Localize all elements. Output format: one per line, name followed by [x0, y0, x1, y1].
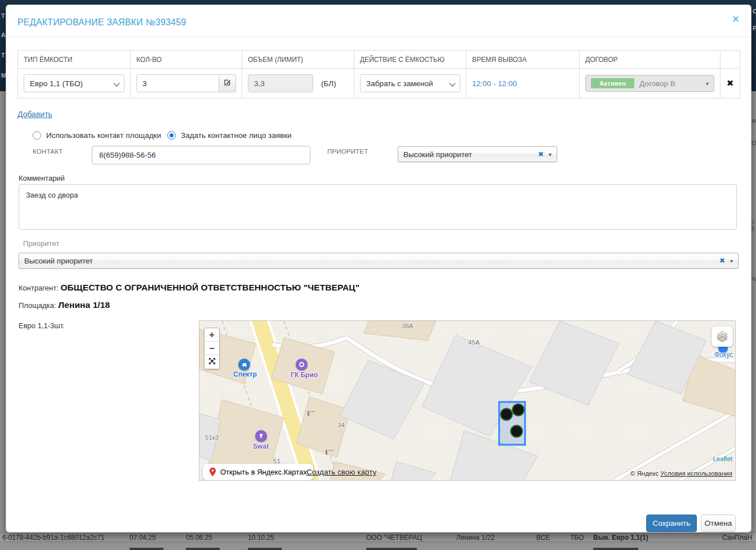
col-header-actions	[721, 51, 740, 69]
clear-icon[interactable]: ✖	[538, 150, 544, 158]
table-row-cell-container-type: Евро 1,1 (ТБО)	[18, 69, 131, 98]
col-header-quantity: КОЛ-ВО	[131, 51, 242, 69]
bg-cell: 10.10.25	[248, 534, 274, 542]
zoom-in-icon[interactable]: +	[204, 328, 219, 342]
quantity-input[interactable]	[136, 74, 219, 92]
bg-cell: Ленина 1/22	[456, 534, 495, 542]
bg-text-fragment: А	[1, 32, 6, 38]
bg-smudge	[248, 548, 282, 550]
zoom-out-icon[interactable]: −	[204, 342, 219, 355]
layers-button[interactable]	[711, 327, 733, 347]
bg-cell: 6-0178-442b-b91a-1c68012a2c71	[2, 534, 104, 542]
col-header-volume: ОБЪЕМ (ЛИМИТ)	[242, 51, 354, 69]
poi-brio-icon[interactable]	[296, 359, 308, 370]
contractor-label: Контрагент:	[19, 284, 59, 292]
poi-car-icon[interactable]	[238, 359, 250, 370]
radio-icon	[33, 131, 41, 140]
contact-input[interactable]	[92, 146, 310, 164]
yandex-copyright: © Яндекс	[630, 470, 661, 477]
add-row-link[interactable]: Добавить	[17, 110, 52, 119]
bg-cell: 05.06.25	[186, 534, 212, 542]
background-table-row: 6-0178-442b-b91a-1c68012a2c71 07.04.25 0…	[0, 532, 756, 542]
table-row-cell-quantity	[131, 69, 242, 98]
bg-cell: Выв. Евро 1,1(1)	[593, 534, 648, 542]
priority-label: ПРИОРИТЕТ	[327, 148, 368, 155]
comment-textarea[interactable]: Заезд со двора	[19, 184, 737, 230]
map-label-34: 34	[337, 422, 345, 428]
site-label: Площадка:	[19, 301, 56, 310]
bg-cell: ООО "ЧЕТВЕРАЦ	[366, 534, 422, 542]
map-graphics	[199, 321, 736, 481]
leaflet-attribution-link[interactable]: Leaflet	[713, 455, 732, 462]
bg-text-fragment: ме	[751, 117, 756, 124]
clear-icon[interactable]: ✖	[719, 257, 725, 265]
bg-smudge	[130, 548, 163, 550]
containers-summary: Евро 1,1-3шт.	[19, 321, 65, 330]
contract-dropdown[interactable]: Активен Договор В ▾	[585, 75, 714, 92]
page: Т А Т М С Р ме Оч о З од 6-0178-442b-b91…	[0, 0, 756, 550]
table-row-cell-volume: (БЛ)	[242, 69, 354, 98]
priority-select[interactable]: Высокий приоритет ✖ ▾	[398, 146, 557, 162]
ring-icon	[299, 362, 304, 367]
map-label-38a: 38А	[402, 323, 413, 329]
save-button[interactable]: Сохранить	[646, 515, 697, 532]
bg-text-fragment: Оч	[751, 140, 756, 146]
bg-smudge	[186, 548, 220, 550]
map-label-51k3: 51к3	[205, 434, 219, 441]
col-header-action: ДЕЙСТВИЕ С ЁМКОСТЬЮ	[354, 51, 466, 69]
caret-down-icon: ▾	[730, 258, 733, 264]
volume-unit-label: (БЛ)	[321, 79, 336, 88]
focus-layer-button[interactable]: Фокус	[714, 351, 733, 359]
contractor-value: ОБЩЕСТВО С ОГРАНИЧЕННОЙ ОТВЕТСТВЕННОСТЬЮ…	[60, 283, 359, 292]
map-label-gk-brio: ГК Брио	[291, 371, 318, 379]
map-copyright: © Яндекс Условия использования	[630, 470, 732, 477]
radio-label: Задать контактное лицо заявки	[181, 131, 292, 140]
priority-full-select[interactable]: Высокий приоритет ✖ ▾	[19, 253, 739, 269]
map-label-45a: 45А	[468, 339, 479, 346]
map-label-swat: Swat	[253, 442, 269, 450]
col-header-contract: ДОГОВОР	[580, 51, 721, 69]
terms-of-use-link[interactable]: Условия использования	[660, 470, 732, 477]
map-pin-icon	[209, 467, 216, 477]
close-icon[interactable]: ×	[728, 12, 743, 26]
create-map-link[interactable]: Создать свою карту	[306, 468, 376, 476]
bg-cell: ТБО	[570, 534, 584, 542]
caret-down-icon: ▾	[706, 81, 709, 87]
site-value: Ленина 1/18	[58, 300, 110, 310]
container-action-select[interactable]: Забрать с заменой	[360, 74, 460, 92]
chevron-down-icon: Евро 1,1 (ТБО)	[24, 74, 124, 92]
priority-value: Высокий приоритет	[403, 150, 472, 159]
col-header-pickup-time: ВРЕМЯ ВЫВОЗА	[466, 51, 580, 69]
edit-button[interactable]	[219, 74, 236, 92]
poi-trophy-icon[interactable]	[255, 430, 267, 442]
volume-limit-input	[248, 74, 313, 92]
bg-cell: СанПлаН	[722, 534, 752, 542]
edit-request-modal: РЕДАКТИРОВАНИЕ ЗАЯВКИ №393459 × ТИП ЁМКО…	[6, 5, 751, 533]
radio-checked-icon	[167, 131, 176, 140]
containers-table: ТИП ЁМКОСТИ КОЛ-ВО ОБЪЕМ (ЛИМИТ) ДЕЙСТВИ…	[17, 50, 740, 99]
bg-text-fragment: Т	[1, 12, 5, 19]
delete-row-icon[interactable]: ✖	[727, 78, 734, 88]
bg-smudge	[366, 548, 417, 550]
radio-set-request-contact[interactable]: Задать контактное лицо заявки	[167, 131, 292, 140]
contact-label: КОНТАКТ	[33, 148, 63, 155]
pickup-time-link[interactable]: 12:00 - 12:00	[472, 79, 517, 88]
open-in-yandex-label: Открыть в Яндекс.Картах	[220, 468, 307, 476]
bg-cell: 07.04.25	[130, 534, 156, 542]
fullscreen-icon[interactable]	[204, 355, 219, 369]
map-canvas[interactable]: Спектр ГК Брио Swat 38А 45А 34 51к3 51 +…	[199, 320, 736, 481]
bg-text-fragment: Р	[753, 25, 756, 32]
contract-status-badge: Активен	[591, 78, 634, 88]
table-row-cell-delete: ✖	[721, 69, 740, 98]
table-row-cell-action: Забрать с заменой	[354, 69, 466, 98]
open-in-yandex-button[interactable]: Открыть в Яндекс.Картах	[203, 464, 313, 480]
radio-use-site-contact[interactable]: Использовать контакт площадки	[33, 131, 161, 140]
container-type-select[interactable]: Евро 1,1 (ТБО)	[24, 74, 124, 92]
caret-down-icon: ▾	[549, 151, 552, 158]
cancel-button[interactable]: Отмена	[701, 515, 736, 532]
bg-text-fragment: од	[751, 275, 756, 281]
map-label-spektr: Спектр	[233, 370, 257, 378]
contractor-line: Контрагент: ОБЩЕСТВО С ОГРАНИЧЕННОЙ ОТВЕ…	[19, 283, 359, 293]
col-header-container-type: ТИП ЁМКОСТИ	[18, 51, 131, 69]
modal-title: РЕДАКТИРОВАНИЕ ЗАЯВКИ №393459	[17, 17, 186, 28]
